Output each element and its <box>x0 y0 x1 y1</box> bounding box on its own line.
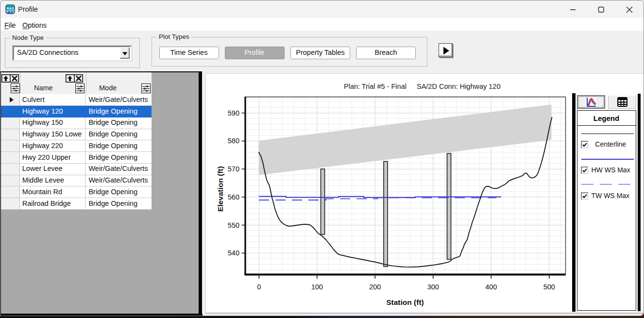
svg-text:Plan: Trial #5 - Final: Plan: Trial #5 - Final <box>344 83 407 90</box>
svg-text:Elevation (ft): Elevation (ft) <box>216 166 224 212</box>
svg-text:0: 0 <box>257 283 261 291</box>
svg-text:580: 580 <box>228 137 239 145</box>
svg-text:540: 540 <box>228 249 239 257</box>
svg-text:200: 200 <box>369 283 381 291</box>
svg-text:570: 570 <box>228 165 239 173</box>
svg-text:560: 560 <box>228 193 239 201</box>
svg-text:100: 100 <box>311 283 323 291</box>
svg-text:400: 400 <box>485 283 497 291</box>
svg-text:Station (ft): Station (ft) <box>386 298 424 306</box>
svg-text:SA/2D Conn: Highway 120: SA/2D Conn: Highway 120 <box>417 83 501 90</box>
svg-text:550: 550 <box>228 221 239 229</box>
svg-text:300: 300 <box>427 283 439 291</box>
svg-text:500: 500 <box>543 283 555 291</box>
svg-text:590: 590 <box>228 109 239 117</box>
